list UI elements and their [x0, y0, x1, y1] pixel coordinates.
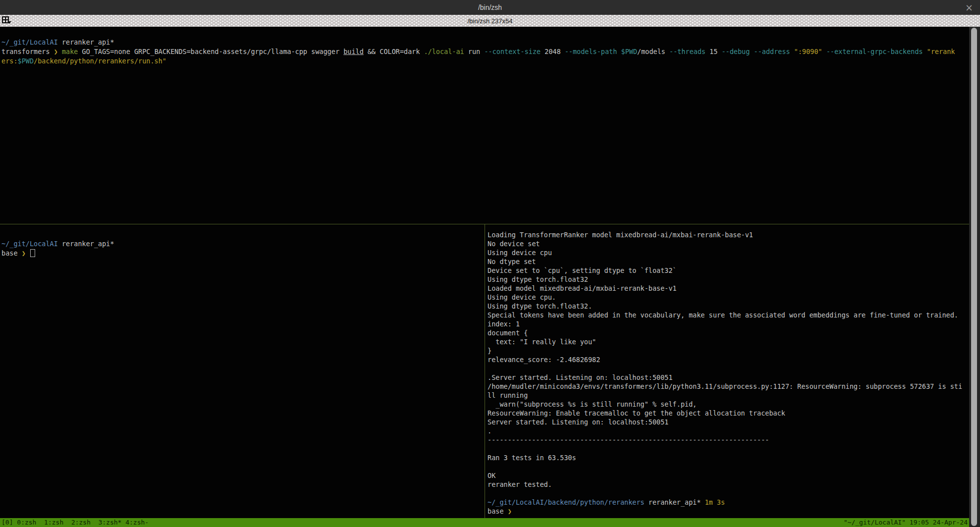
terminal-line: Using device cpu — [488, 248, 969, 257]
terminal-line: _warn("subprocess %s is still running" %… — [488, 400, 969, 409]
terminal-line: ~/_git/LocalAI/backend/python/rerankers … — [488, 498, 969, 507]
pane-top-shell[interactable]: ~/_git/LocalAI reranker_api*transformers… — [0, 27, 969, 235]
terminal-line: ~/_git/LocalAI reranker_api* — [1, 239, 486, 249]
terminal-line: transformers ❯ make GO_TAGS=none GRPC_BA… — [1, 47, 969, 56]
terminal-line: OK — [488, 471, 969, 480]
terminal-line — [488, 462, 969, 471]
window-titlebar: /bin/zsh × — [0, 0, 980, 15]
tab-title: /bin/zsh 237x54 — [467, 17, 512, 25]
layout-menu-icon[interactable] — [2, 16, 11, 23]
pane-bottom-right-output[interactable]: Loading TransformerRanker model mixedbre… — [485, 224, 969, 518]
terminal-line: .Server started. Listening on: localhost… — [488, 373, 969, 382]
terminal-line: reranker tested. — [488, 480, 969, 489]
terminal-line: Using device cpu. — [488, 293, 969, 302]
terminal-line: /home/mudler/miniconda3/envs/transformer… — [488, 382, 969, 391]
terminal-line: Loading TransformerRanker model mixedbre… — [488, 230, 969, 239]
terminal-line: Ran 3 tests in 63.530s — [488, 453, 969, 462]
terminal-line: Server started. Listening on: localhost:… — [488, 418, 969, 426]
terminal-line: base ❯ — [1, 249, 486, 258]
tmux-status-bar: [0] 0:zsh 1:zsh 2:zsh 3:zsh* 4:zsh- "~/_… — [0, 518, 969, 527]
terminal-line: } — [488, 346, 969, 355]
terminal-line: ll running — [488, 391, 969, 400]
terminal-line — [488, 364, 969, 373]
chevron-down-icon — [7, 21, 11, 24]
terminal-line: text: "I really like you" — [488, 337, 969, 346]
terminal-line: No dtype set — [488, 257, 969, 266]
terminal-line: Device set to `cpu`, setting dtype to `f… — [488, 266, 969, 275]
terminal-line: base ❯ — [488, 507, 969, 516]
terminal-line: relevance_score: -2.46826982 — [488, 355, 969, 364]
scrollbar[interactable] — [969, 27, 980, 527]
terminal-line: ----------------------------------------… — [488, 435, 969, 444]
terminal-line — [488, 444, 969, 453]
tab-bar: /bin/zsh 237x54 — [0, 15, 980, 27]
terminal-cursor — [30, 249, 35, 257]
terminal-line: Loaded model mixedbread-ai/mxbai-rerank-… — [488, 284, 969, 293]
terminal-line: ~/_git/LocalAI reranker_api* — [1, 38, 969, 47]
terminal-line: document { — [488, 328, 969, 337]
terminal-line: index: 1 — [488, 319, 969, 328]
close-icon[interactable]: × — [965, 1, 973, 13]
terminal-line: No device set — [488, 239, 969, 248]
terminal-line: Using dtype torch.float32 — [488, 275, 969, 284]
terminal-line: ResourceWarning: Enable tracemalloc to g… — [488, 409, 969, 418]
terminal-line: Using dtype torch.float32. — [488, 302, 969, 311]
terminal-line: . — [488, 426, 969, 435]
terminal-area: ~/_git/LocalAI reranker_api*transformers… — [0, 27, 980, 527]
window-title: /bin/zsh — [478, 3, 502, 11]
pane-bottom-left-shell[interactable]: ~/_git/LocalAI reranker_api*base ❯ — [0, 224, 486, 518]
terminal-line: Special tokens have been added in the vo… — [488, 311, 969, 319]
tmux-window-list[interactable]: [0] 0:zsh 1:zsh 2:zsh 3:zsh* 4:zsh- — [1, 518, 148, 527]
terminal-line — [488, 489, 969, 498]
tmux-status-right: "~/_git/LocalAI" 19:05 24-Apr-24 — [844, 518, 968, 527]
scrollbar-thumb[interactable] — [971, 28, 977, 526]
terminal-line: ers:$PWD/backend/python/rerankers/run.sh… — [1, 56, 969, 66]
